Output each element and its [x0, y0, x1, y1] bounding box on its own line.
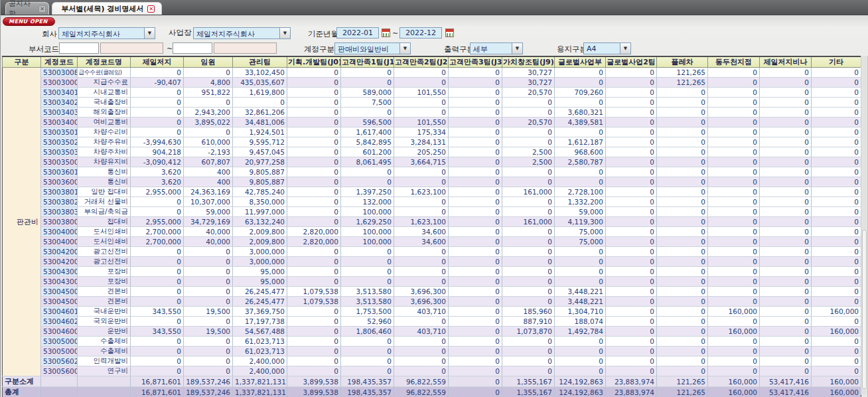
table-row[interactable]: 53003802거래처 선물비010,307,0008,350,0000132,…	[3, 197, 861, 207]
tab-expense-report-close-icon[interactable]: ✕	[147, 5, 155, 13]
amount-cell: 0	[341, 337, 394, 347]
amount-cell: 0	[394, 98, 449, 108]
account-name-cell: 거래처 선물비	[78, 197, 131, 207]
table-row[interactable]: 53004602국외운반비0017,197,738052,96000887,91…	[3, 317, 861, 327]
table-row[interactable]: 53003601통신비3,6204009,805,88700000000000	[3, 167, 861, 177]
workplace-select[interactable]: 제일저지주식회사 ▼	[193, 27, 291, 39]
table-row[interactable]: 53004500견본비0026,245,4771,079,5383,513,58…	[3, 287, 861, 297]
base-month-to-input[interactable]	[399, 27, 442, 39]
vertical-scrollbar-thumb[interactable]	[862, 230, 867, 389]
total-row[interactable]: 총계16,871,601189,537,2461,337,821,1313,89…	[3, 387, 861, 397]
table-row[interactable]: 53004000도서인쇄비2,700,00040,0002,009,8002,8…	[3, 237, 861, 247]
table-row[interactable]: 53004601국내운반비343,55019,50037,369,75001,7…	[3, 307, 861, 317]
tab-notice[interactable]: 공지사항 ✕	[5, 2, 49, 15]
vertical-scrollbar[interactable]	[861, 56, 867, 395]
table-row[interactable]: 53003500차량유지비-3,090,412607,80720,977,258…	[3, 157, 861, 167]
amount-cell: 0	[449, 327, 502, 337]
table-row[interactable]: 53004500견본비0026,245,4771,079,5383,513,58…	[3, 297, 861, 307]
amount-cell: 96,822,559	[394, 387, 449, 397]
amount-cell: 42,785,240	[233, 187, 287, 197]
amount-cell: 435,035,607	[233, 78, 287, 88]
table-row[interactable]: 53003402국내출장비00007,500000000000	[3, 98, 861, 108]
account-type-label: 계정구분	[304, 44, 334, 54]
column-header: 관리팀	[233, 56, 287, 68]
dept-name-from-field[interactable]	[100, 42, 163, 54]
amount-cell: 0	[131, 197, 184, 207]
amount-cell: 0	[812, 157, 861, 167]
amount-cell: 0	[449, 187, 502, 197]
account-code-cell: 53003500	[41, 157, 78, 167]
table-row[interactable]: 53005000수출제비0061,023,71300000000000	[3, 337, 861, 347]
amount-cell: 0	[606, 217, 657, 227]
output-type-select[interactable]: 세부 ▼	[470, 42, 523, 54]
table-row[interactable]: 53003803부의금/축의금059,00011,997,0000100,000…	[3, 207, 861, 217]
table-row[interactable]: 판관비53003008급수수료(클레임)0033,102,450000030,7…	[3, 68, 861, 78]
table-row[interactable]: 53003000지급수수료-90,4074,800435,035,6070000…	[3, 78, 861, 88]
table-row[interactable]: 53003502차량주유비-3,994,630610,0009,595,7120…	[3, 137, 861, 147]
amount-cell: 0	[449, 78, 502, 88]
column-header: 동두천지점	[708, 56, 760, 68]
tab-expense-report[interactable]: 부서별(세목) 경비명세서 ✕	[52, 2, 162, 15]
table-row[interactable]: 53003503차량주차비904,218-2,1939,457,0450601,…	[3, 147, 861, 157]
table-row[interactable]: 53003400여비교통비03,895,02234,481,0060596,50…	[3, 118, 861, 127]
account-name-cell: 여비교통비	[78, 118, 131, 127]
amount-cell: 2,943,200	[184, 108, 233, 118]
amount-cell: 0	[708, 88, 760, 98]
amount-cell: 0	[657, 187, 708, 197]
amount-cell: 160,000	[812, 307, 861, 317]
amount-cell: 0	[287, 267, 341, 277]
dept-code-from-input[interactable]	[59, 42, 99, 54]
dept-name-to-field[interactable]	[214, 42, 277, 54]
amount-cell: 0	[184, 347, 233, 357]
table-row[interactable]: 53003801일반 접대비2,955,00024,363,16942,785,…	[3, 187, 861, 197]
table-row[interactable]: 53003403해외출장비02,943,20032,861,206000003,…	[3, 108, 861, 118]
amount-cell: 161,000	[502, 217, 555, 227]
amount-cell: 0	[394, 267, 449, 277]
amount-cell: 0	[606, 307, 657, 317]
output-type-value: 세부	[470, 43, 512, 54]
calendar-icon[interactable]	[445, 29, 454, 37]
amount-cell: 343,550	[131, 327, 184, 337]
table-row[interactable]: 53003501차량수리비001,924,50101,617,400175,33…	[3, 127, 861, 137]
amount-cell: 0	[606, 257, 657, 267]
base-month-from-input[interactable]	[336, 27, 379, 39]
department-expense-report-window: 공지사항 ✕ 부서별(세목) 경비명세서 ✕ MENU OPEN 회사 제일저지…	[0, 0, 868, 397]
table-row[interactable]: 53004000도서인쇄비2,700,00040,0002,009,8002,8…	[3, 227, 861, 237]
table-row[interactable]: 53005600연구비002,400,00000000000000	[3, 366, 861, 376]
dept-code-to-input[interactable]	[173, 42, 212, 54]
table-row[interactable]: 53003600통신비3,6204009,805,88700000000000	[3, 177, 861, 187]
tab-notice-close-icon[interactable]: ✕	[38, 5, 46, 13]
amount-cell: 24,363,169	[184, 187, 233, 197]
amount-cell: 0	[502, 237, 555, 247]
amount-cell: 0	[708, 187, 760, 197]
amount-cell: 3,620	[131, 177, 184, 187]
amount-cell: 0	[657, 177, 708, 187]
table-row[interactable]: 53005602인력개발비002,400,00000000000000	[3, 357, 861, 366]
amount-cell: 0	[760, 297, 812, 307]
table-row[interactable]: 53004300포장비0095,00000000000000	[3, 267, 861, 277]
company-select[interactable]: 제일저지주식회사 ▼	[58, 27, 155, 39]
amount-cell: 0	[184, 297, 233, 307]
amount-cell: 0	[341, 267, 394, 277]
amount-cell: 0	[184, 257, 233, 267]
paper-type-select[interactable]: A4 ▼	[583, 42, 631, 54]
table-row[interactable]: 53004300포장비0095,00000000000000	[3, 277, 861, 287]
amount-cell: 185,960	[502, 307, 555, 317]
table-row[interactable]: 53004200광고선전비003,000,00000000000000	[3, 247, 861, 257]
table-row[interactable]: 53005000수출제비0061,023,71300000000000	[3, 347, 861, 357]
amount-cell: 0	[394, 177, 449, 187]
table-row[interactable]: 53004600운반비343,55019,50054,567,48801,806…	[3, 327, 861, 337]
account-type-select[interactable]: 판매비와일반비 ▼	[334, 42, 411, 54]
table-row[interactable]: 53004200광고선전비003,000,00000000000000	[3, 257, 861, 267]
amount-cell: 0	[708, 118, 760, 127]
amount-cell: 4,119,300	[555, 217, 606, 227]
table-row[interactable]: 53003401시내교통비0951,8221,619,8000589,00010…	[3, 88, 861, 98]
amount-cell: 0	[657, 277, 708, 287]
table-row[interactable]: 53003800접대비2,955,00034,729,16963,132,240…	[3, 217, 861, 227]
subtotal-row[interactable]: 구분소계16,871,601189,537,2461,337,821,1313,…	[3, 376, 861, 387]
amount-cell: 0	[449, 137, 502, 147]
calendar-icon[interactable]	[382, 29, 390, 37]
menu-open-button[interactable]: MENU OPEN	[3, 17, 55, 26]
amount-cell: 0	[502, 108, 555, 118]
amount-cell: 0	[287, 187, 341, 197]
